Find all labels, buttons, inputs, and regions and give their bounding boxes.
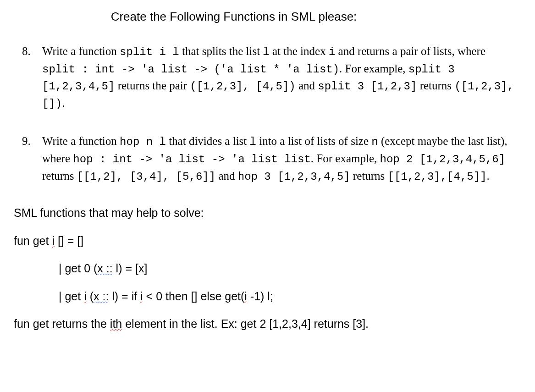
text-span: into a list of lists of size (256, 135, 371, 147)
text: < 0 then [] else get( (143, 290, 245, 303)
text-span: that divides a list (166, 135, 250, 147)
code-line-2: | get 0 (x :: l) = [x] (14, 261, 521, 276)
question-number: 9. (22, 133, 31, 149)
question-1: 8.Write a function split i l that splits… (14, 43, 521, 112)
text-span: . (62, 97, 65, 109)
page-title: Create the Following Functions in SML pl… (73, 9, 394, 25)
text-span: and returns a pair of lists, where (335, 45, 485, 57)
code-span: split : int -> 'a list -> ('a list * 'a … (42, 63, 339, 76)
text: fun get (14, 234, 52, 247)
squiggle-x: x :: (97, 262, 112, 275)
code-line-1: fun get i [] = [] (14, 233, 521, 248)
questions-list: 8.Write a function split i l that splits… (14, 43, 521, 185)
text: [] = [] (55, 234, 83, 247)
text-span: . (487, 170, 490, 182)
text-span: returns (417, 79, 454, 92)
text: fun get returns the (14, 317, 110, 330)
code-span: hop 3 [1,2,3,4,5] (238, 171, 350, 183)
code-span: hop n l (120, 136, 166, 148)
text-span: . For example, (339, 62, 408, 75)
text: l) = if (109, 290, 140, 303)
question-2: 9.Write a function hop n l that divides … (14, 133, 521, 185)
text: | get (59, 290, 84, 303)
code-span: [[1,2,3],[4,5]] (388, 171, 487, 183)
text-span: . For example, (311, 152, 380, 165)
code-span: hop 2 [1,2,3,4,5,6] (380, 153, 505, 166)
code-span: l (263, 46, 269, 58)
text-span: Write a function (42, 45, 120, 57)
code-span: n (371, 136, 378, 148)
code-line-3: | get i (x :: l) = if i < 0 then [] else… (14, 289, 521, 304)
text-span: Write a function (42, 135, 120, 147)
text: element in the list. Ex: get 2 [1,2,3,4]… (122, 317, 369, 330)
code-span: split 3 [1,2,3] (318, 80, 417, 93)
code-span: l (250, 136, 256, 148)
text: | get 0 ( (59, 262, 97, 275)
text: -1) l; (247, 290, 273, 303)
text-span: at the index (270, 45, 329, 57)
text-span: and (215, 170, 238, 182)
helper-heading: SML functions that may help to solve: (14, 205, 521, 221)
text-span: returns (350, 170, 388, 182)
code-span: hop : int -> 'a list -> 'a list list (73, 153, 310, 166)
text-span: and (296, 79, 318, 92)
question-number: 8. (22, 43, 31, 60)
code-span: i (329, 46, 335, 58)
code-span: [[1,2], [3,4], [5,6]] (77, 171, 215, 183)
code-span: split i l (120, 46, 179, 58)
code-span: ([1,2,3], [4,5]) (190, 80, 295, 93)
text: l) = [x] (113, 262, 148, 275)
text-span: returns the pair (115, 79, 190, 92)
text-span: that splits the list (179, 45, 263, 57)
text: ( (87, 290, 94, 303)
squiggle-x: x :: (94, 290, 109, 303)
closing-note: fun get returns the ith element in the l… (14, 316, 521, 331)
squiggle-ith: ith (110, 317, 122, 330)
text-span: returns (42, 170, 77, 182)
